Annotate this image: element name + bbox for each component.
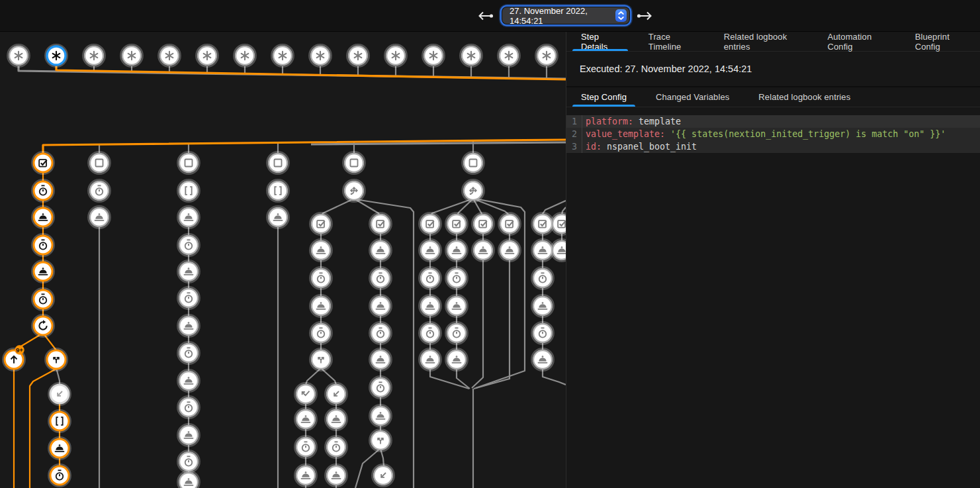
graph-node-bell[interactable]	[267, 206, 289, 228]
graph-node-bell[interactable]	[369, 405, 391, 426]
tab-related-logbook-entries[interactable]: Related logbook entries	[744, 87, 865, 107]
graph-node-checkbox[interactable]	[472, 213, 494, 234]
graph-node-bell[interactable]	[294, 408, 316, 430]
tab-step-config[interactable]: Step Config	[566, 87, 641, 107]
graph-node-asterisk[interactable]	[83, 44, 105, 66]
graph-node-bell[interactable]	[48, 437, 70, 459]
graph-node-asterisk[interactable]	[45, 44, 67, 66]
graph-node-arrow-bl[interactable]	[48, 383, 70, 405]
graph-node-bell[interactable]	[177, 369, 199, 391]
graph-node-bell[interactable]	[369, 239, 391, 261]
tab-trace-timeline[interactable]: Trace Timeline	[634, 32, 709, 51]
graph-node-bell[interactable]	[445, 348, 467, 370]
next-trace-button[interactable]	[634, 7, 656, 24]
graph-node-bell[interactable]	[419, 295, 441, 317]
graph-node-timer[interactable]	[177, 342, 199, 364]
graph-node-fork[interactable]	[369, 429, 391, 451]
graph-node-timer[interactable]	[177, 396, 199, 418]
graph-node-checkbox[interactable]	[445, 213, 467, 234]
graph-node-timer[interactable]	[445, 267, 467, 289]
graph-node-bell[interactable]	[325, 464, 347, 486]
graph-node-timer[interactable]	[310, 267, 332, 289]
graph-node-bell[interactable]	[32, 260, 54, 282]
graph-node-timer[interactable]	[369, 376, 391, 398]
graph-node-timer[interactable]	[310, 322, 332, 344]
graph-node-timer[interactable]	[531, 267, 553, 289]
graph-node-timer[interactable]	[32, 288, 54, 310]
graph-node-timer[interactable]	[325, 436, 347, 458]
graph-node-timer[interactable]	[32, 179, 54, 201]
graph-node-timer[interactable]	[369, 322, 391, 344]
graph-node-asterisk[interactable]	[422, 44, 444, 66]
graph-node-fork[interactable]	[310, 348, 332, 370]
graph-node-brackets[interactable]	[177, 179, 199, 201]
graph-node-timer[interactable]	[294, 436, 316, 458]
graph-node-timer[interactable]	[177, 234, 199, 256]
graph-node-repeat[interactable]	[32, 315, 54, 336]
graph-node-checkbox[interactable]	[419, 213, 441, 234]
graph-node-choose[interactable]	[462, 179, 484, 201]
graph-node-asterisk[interactable]	[120, 44, 142, 66]
trace-graph-canvas[interactable]: 9+	[0, 32, 566, 488]
graph-node-brackets[interactable]	[267, 179, 289, 201]
graph-node-bell[interactable]	[177, 315, 199, 336]
tab-automation-config[interactable]: Automation Config	[813, 32, 900, 51]
graph-node-bell[interactable]	[369, 348, 391, 370]
graph-node-choose[interactable]	[343, 179, 365, 201]
graph-node-asterisk[interactable]	[271, 44, 293, 66]
graph-node-asterisk[interactable]	[498, 44, 519, 66]
graph-node-arrow-bl[interactable]	[325, 383, 347, 405]
graph-node-bell[interactable]	[531, 348, 553, 370]
graph-node-asterisk[interactable]	[535, 44, 557, 66]
graph-node-asterisk[interactable]	[158, 44, 180, 66]
graph-node-arrow-bl[interactable]	[372, 464, 394, 486]
graph-node-square[interactable]	[88, 152, 110, 173]
graph-node-timer[interactable]	[32, 234, 54, 256]
graph-node-checkbox[interactable]	[310, 213, 332, 234]
graph-node-bell[interactable]	[551, 239, 566, 261]
graph-node-square[interactable]	[267, 152, 289, 173]
graph-node-timer[interactable]	[177, 450, 199, 472]
graph-node-fork[interactable]	[45, 348, 67, 370]
graph-node-bell[interactable]	[445, 239, 467, 261]
previous-trace-button[interactable]	[474, 7, 496, 24]
graph-node-checkbox[interactable]	[369, 213, 391, 234]
graph-node-timer[interactable]	[177, 287, 199, 309]
graph-node-bell[interactable]	[325, 408, 347, 430]
graph-node-bell[interactable]	[472, 239, 494, 261]
graph-node-bell[interactable]	[419, 348, 441, 370]
code-editor[interactable]: 1platform: template2value_template: '{{ …	[566, 115, 980, 153]
graph-node-square[interactable]	[343, 152, 365, 173]
graph-node-bell[interactable]	[531, 295, 553, 317]
tab-blueprint-config[interactable]: Blueprint Config	[901, 32, 980, 51]
graph-node-asterisk[interactable]	[347, 44, 369, 66]
graph-node-bell[interactable]	[177, 206, 199, 228]
graph-node-bell[interactable]	[177, 424, 199, 446]
graph-node-bell[interactable]	[498, 239, 520, 261]
graph-node-timer[interactable]	[419, 267, 441, 289]
graph-node-asterisk[interactable]	[460, 44, 482, 66]
graph-node-checkbox[interactable]	[498, 213, 520, 234]
graph-node-timer[interactable]	[419, 322, 441, 344]
graph-node-square[interactable]	[177, 152, 199, 173]
tab-step-details[interactable]: Step Details	[566, 32, 634, 51]
graph-node-timer[interactable]	[531, 322, 553, 344]
graph-node-bell[interactable]	[310, 295, 332, 317]
graph-node-timer[interactable]	[445, 322, 467, 344]
trace-picker-select[interactable]: 27. November 2022, 14:54:21	[502, 7, 629, 24]
graph-node-checkbox[interactable]	[551, 213, 566, 234]
graph-node-check-arrow[interactable]	[294, 383, 316, 405]
graph-node-square[interactable]	[462, 152, 484, 173]
tab-changed-variables[interactable]: Changed Variables	[641, 87, 744, 107]
graph-node-bell[interactable]	[369, 295, 391, 317]
graph-node-asterisk[interactable]	[309, 44, 331, 66]
graph-node-brackets[interactable]	[48, 410, 70, 432]
graph-node-bell[interactable]	[445, 295, 467, 317]
graph-node-bell[interactable]	[177, 260, 199, 282]
graph-node-timer[interactable]	[48, 464, 70, 486]
graph-node-bell[interactable]	[294, 464, 316, 486]
graph-node-bell[interactable]	[177, 471, 199, 488]
graph-node-checkbox[interactable]	[32, 152, 54, 173]
tab-related-logbook-entries[interactable]: Related logbook entries	[709, 32, 813, 51]
graph-node-arrow-up[interactable]: 9+	[3, 345, 24, 370]
